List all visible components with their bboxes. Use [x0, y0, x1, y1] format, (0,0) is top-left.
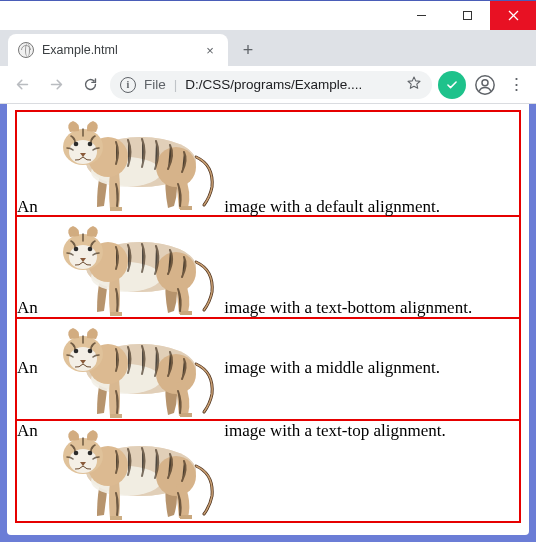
row-suffix: image with a text-top alignment.: [224, 421, 445, 440]
svg-point-5: [482, 79, 488, 85]
arrow-left-icon: [14, 76, 31, 93]
example-row: An image with a text-bottom alignment.: [15, 215, 521, 319]
example-row: An image with a middle alignment.: [15, 317, 521, 421]
close-icon: [508, 10, 519, 21]
tab-strip: Example.html × +: [0, 30, 536, 66]
row-prefix: An: [17, 358, 38, 377]
window-minimize-button[interactable]: [398, 1, 444, 30]
browser-window: Example.html × + i File | D:/CSS/program…: [0, 0, 536, 542]
url-text: D:/CSS/programs/Example....: [185, 77, 398, 92]
row-prefix: An: [17, 298, 38, 317]
row-suffix: image with a text-bottom alignment.: [224, 298, 472, 317]
svg-rect-1: [463, 12, 471, 20]
new-tab-button[interactable]: +: [234, 36, 262, 64]
example-row: An image with a default alignment.: [15, 110, 521, 217]
kebab-menu-button[interactable]: ⋮: [504, 74, 528, 95]
bookmark-button[interactable]: [406, 75, 422, 94]
extension-check-icon: [445, 78, 459, 92]
window-titlebar: [0, 0, 536, 30]
tiger-image: [46, 217, 216, 317]
extension-button[interactable]: [438, 71, 466, 99]
back-button[interactable]: [8, 71, 36, 99]
page-viewport: An image with a default alignment. An im…: [7, 104, 529, 535]
tiger-image: [46, 319, 216, 419]
row-suffix: image with a middle alignment.: [224, 358, 440, 377]
window-maximize-button[interactable]: [444, 1, 490, 30]
example-row: An image with a text-top alignment.: [15, 419, 521, 523]
site-info-icon[interactable]: i: [120, 77, 136, 93]
url-divider: |: [174, 77, 178, 92]
reload-button[interactable]: [76, 71, 104, 99]
user-icon: [474, 74, 496, 96]
row-prefix: An: [17, 421, 38, 440]
browser-toolbar: i File | D:/CSS/programs/Example.... ⋮: [0, 66, 536, 104]
tab-close-button[interactable]: ×: [202, 43, 218, 58]
row-suffix: image with a default alignment.: [224, 197, 440, 216]
tiger-image: [46, 112, 216, 212]
window-close-button[interactable]: [490, 1, 536, 30]
tab-title: Example.html: [42, 43, 118, 57]
url-scheme-label: File: [144, 77, 166, 92]
browser-tab[interactable]: Example.html ×: [8, 34, 228, 66]
reload-icon: [82, 76, 99, 93]
forward-button[interactable]: [42, 71, 70, 99]
minimize-icon: [416, 10, 427, 21]
globe-icon: [18, 42, 34, 58]
address-bar[interactable]: i File | D:/CSS/programs/Example....: [110, 71, 432, 99]
arrow-right-icon: [48, 76, 65, 93]
maximize-icon: [462, 10, 473, 21]
star-icon: [406, 75, 422, 91]
tiger-image: [46, 421, 216, 521]
row-prefix: An: [17, 197, 38, 216]
profile-button[interactable]: [472, 72, 498, 98]
